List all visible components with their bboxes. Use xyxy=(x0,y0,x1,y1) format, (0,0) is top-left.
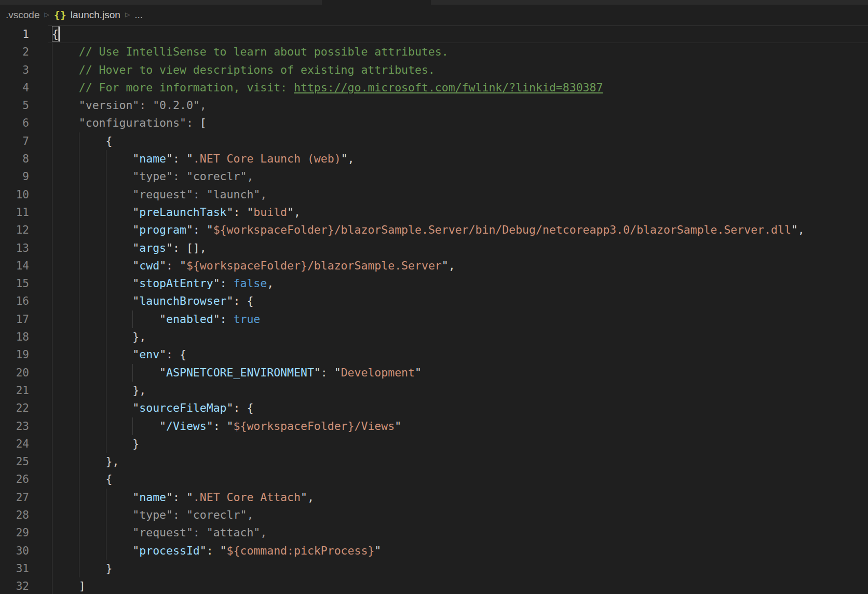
code-line[interactable]: 7 { xyxy=(0,132,868,150)
code-line-content[interactable]: "version": "0.2.0", xyxy=(48,97,868,114)
code-line[interactable]: 2 // Use IntelliSense to learn about pos… xyxy=(0,43,868,61)
code-line-content[interactable]: "type": "coreclr", xyxy=(48,168,868,185)
line-number[interactable]: 26 xyxy=(0,470,29,488)
code-line[interactable]: 22 "sourceFileMap": { xyxy=(0,399,868,417)
code-line-content[interactable]: { xyxy=(48,25,868,43)
code-line[interactable]: 31 } xyxy=(0,560,868,577)
line-number[interactable]: 17 xyxy=(0,310,29,328)
breadcrumb-symbol-path[interactable]: ... xyxy=(134,9,143,21)
code-line-content[interactable]: }, xyxy=(48,328,868,346)
line-number[interactable]: 5 xyxy=(0,97,29,114)
code-line[interactable]: 25 }, xyxy=(0,453,868,470)
line-number[interactable]: 4 xyxy=(0,79,29,97)
code-line-content[interactable]: "ASPNETCORE_ENVIRONMENT": "Development" xyxy=(48,364,868,382)
line-number[interactable]: 12 xyxy=(0,221,29,239)
line-number[interactable]: 2 xyxy=(0,43,29,61)
code-line[interactable]: 18 }, xyxy=(0,328,868,346)
line-number[interactable]: 11 xyxy=(0,204,29,221)
code-line[interactable]: 30 "processId": "${command:pickProcess}" xyxy=(0,542,868,560)
code-line-content[interactable]: "stopAtEntry": false, xyxy=(48,275,868,292)
code-line-content[interactable]: { xyxy=(48,470,868,488)
line-number[interactable]: 16 xyxy=(0,292,29,310)
breadcrumb-folder[interactable]: .vscode xyxy=(6,9,39,21)
code-line-content[interactable]: "cwd": "${workspaceFolder}/blazorSample.… xyxy=(48,257,868,275)
code-line-content[interactable]: }, xyxy=(48,453,868,470)
code-line[interactable]: 26 { xyxy=(0,470,868,488)
code-line-content[interactable]: } xyxy=(48,435,868,453)
code-line-content[interactable]: "configurations": [ xyxy=(48,114,868,132)
code-line[interactable]: 13 "args": [], xyxy=(0,239,868,257)
line-number[interactable]: 9 xyxy=(0,168,29,185)
code-line[interactable]: 32 ] xyxy=(0,577,868,594)
code-editor[interactable]: 1{2 // Use IntelliSense to learn about p… xyxy=(0,25,868,594)
code-line[interactable]: 14 "cwd": "${workspaceFolder}/blazorSamp… xyxy=(0,257,868,275)
code-line-content[interactable]: // Use IntelliSense to learn about possi… xyxy=(48,43,868,61)
code-line[interactable]: 29 "request": "attach", xyxy=(0,524,868,542)
line-number[interactable]: 14 xyxy=(0,257,29,275)
line-number[interactable]: 22 xyxy=(0,399,29,417)
line-number[interactable]: 13 xyxy=(0,239,29,257)
code-line[interactable]: 12 "program": "${workspaceFolder}/blazor… xyxy=(0,221,868,239)
breadcrumb-file[interactable]: launch.json xyxy=(71,9,120,21)
line-number[interactable]: 15 xyxy=(0,275,29,292)
code-line-content[interactable]: "processId": "${command:pickProcess}" xyxy=(48,542,868,560)
code-line-content[interactable]: "request": "attach", xyxy=(48,524,868,542)
line-number[interactable]: 8 xyxy=(0,150,29,168)
code-line-content[interactable]: "name": ".NET Core Attach", xyxy=(48,489,868,506)
code-line[interactable]: 23 "/Views": "${workspaceFolder}/Views" xyxy=(0,417,868,435)
line-number[interactable]: 19 xyxy=(0,346,29,363)
code-line[interactable]: 24 } xyxy=(0,435,868,453)
code-line-content[interactable]: "preLaunchTask": "build", xyxy=(48,204,868,221)
line-number[interactable]: 6 xyxy=(0,114,29,132)
line-number[interactable]: 23 xyxy=(0,417,29,435)
code-line-content[interactable]: // Hover to view descriptions of existin… xyxy=(48,61,868,79)
code-line[interactable]: 17 "enabled": true xyxy=(0,310,868,328)
code-line[interactable]: 16 "launchBrowser": { xyxy=(0,292,868,310)
code-line-content[interactable]: } xyxy=(48,560,868,577)
code-line[interactable]: 8 "name": ".NET Core Launch (web)", xyxy=(0,150,868,168)
code-line-content[interactable]: "type": "coreclr", xyxy=(48,506,868,524)
line-number[interactable]: 10 xyxy=(0,186,29,204)
code-line[interactable]: 10 "request": "launch", xyxy=(0,186,868,204)
code-line-content[interactable]: "launchBrowser": { xyxy=(48,292,868,310)
code-line-content[interactable]: "/Views": "${workspaceFolder}/Views" xyxy=(48,417,868,435)
code-line-content[interactable]: // For more information, visit: https://… xyxy=(48,79,868,97)
code-line[interactable]: 20 "ASPNETCORE_ENVIRONMENT": "Developmen… xyxy=(0,364,868,382)
code-line[interactable]: 9 "type": "coreclr", xyxy=(0,168,868,185)
code-line[interactable]: 3 // Hover to view descriptions of exist… xyxy=(0,61,868,79)
code-line[interactable]: 19 "env": { xyxy=(0,346,868,363)
line-number[interactable]: 30 xyxy=(0,542,29,560)
code-line[interactable]: 21 }, xyxy=(0,382,868,399)
line-number[interactable]: 31 xyxy=(0,560,29,577)
code-line-content[interactable]: "program": "${workspaceFolder}/blazorSam… xyxy=(48,221,868,239)
code-line-content[interactable]: "enabled": true xyxy=(48,310,868,328)
code-line-content[interactable]: { xyxy=(48,132,868,150)
code-line-content[interactable]: "env": { xyxy=(48,346,868,363)
code-line[interactable]: 5 "version": "0.2.0", xyxy=(0,97,868,114)
code-line-content[interactable]: ] xyxy=(48,577,868,594)
code-line[interactable]: 11 "preLaunchTask": "build", xyxy=(0,204,868,221)
code-line[interactable]: 4 // For more information, visit: https:… xyxy=(0,79,868,97)
line-number[interactable]: 18 xyxy=(0,328,29,346)
comment-link[interactable]: https://go.microsoft.com/fwlink/?linkid=… xyxy=(294,81,603,94)
code-line-content[interactable]: "name": ".NET Core Launch (web)", xyxy=(48,150,868,168)
line-number[interactable]: 29 xyxy=(0,524,29,542)
code-line-content[interactable]: }, xyxy=(48,382,868,399)
code-line-content[interactable]: "request": "launch", xyxy=(48,186,868,204)
line-number[interactable]: 27 xyxy=(0,489,29,506)
line-number[interactable]: 20 xyxy=(0,364,29,382)
code-line[interactable]: 28 "type": "coreclr", xyxy=(0,506,868,524)
code-line[interactable]: 1{ xyxy=(0,25,868,43)
code-line[interactable]: 27 "name": ".NET Core Attach", xyxy=(0,489,868,506)
line-number[interactable]: 25 xyxy=(0,453,29,470)
line-number[interactable]: 28 xyxy=(0,506,29,524)
code-line[interactable]: 15 "stopAtEntry": false, xyxy=(0,275,868,292)
line-number[interactable]: 21 xyxy=(0,382,29,399)
line-number[interactable]: 24 xyxy=(0,435,29,453)
line-number[interactable]: 3 xyxy=(0,61,29,79)
line-number[interactable]: 1 xyxy=(0,25,29,43)
code-line-content[interactable]: "sourceFileMap": { xyxy=(48,399,868,417)
line-number[interactable]: 32 xyxy=(0,577,29,594)
code-line[interactable]: 6 "configurations": [ xyxy=(0,114,868,132)
code-line-content[interactable]: "args": [], xyxy=(48,239,868,257)
